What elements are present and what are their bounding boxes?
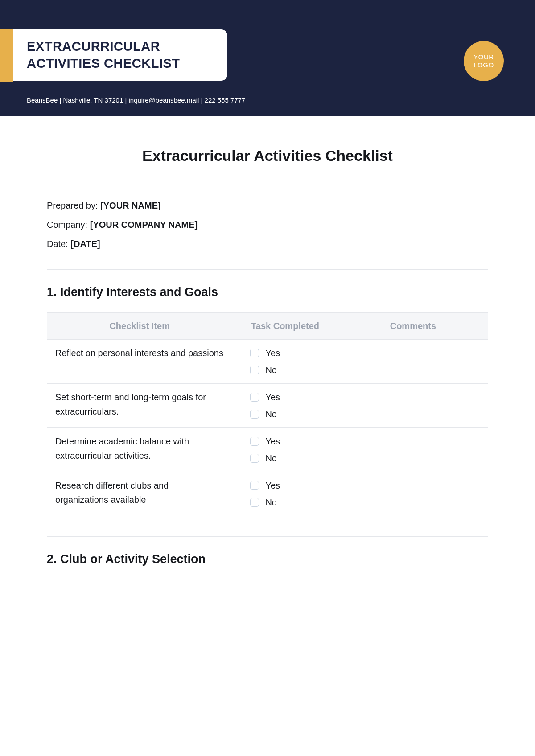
prepared-by-value: [YOUR NAME] bbox=[100, 201, 161, 210]
checklist-item-cell: Determine academic balance with extracur… bbox=[47, 428, 232, 472]
checklist-table: Checklist Item Task Completed Comments R… bbox=[47, 312, 488, 516]
prepared-by-row: Prepared by: [YOUR NAME] bbox=[47, 201, 488, 211]
yes-option[interactable]: Yes bbox=[250, 346, 329, 360]
divider bbox=[47, 269, 488, 270]
task-completed-cell: YesNo bbox=[232, 472, 338, 516]
checkbox-icon[interactable] bbox=[250, 437, 259, 446]
checkbox-icon[interactable] bbox=[250, 349, 259, 357]
table-row: Reflect on personal interests and passio… bbox=[47, 340, 488, 384]
divider bbox=[47, 185, 488, 185]
main-title: Extracurricular Activities Checklist bbox=[47, 147, 488, 164]
no-option[interactable]: No bbox=[250, 495, 329, 509]
date-label: Date: bbox=[47, 239, 70, 249]
header-title-line1: EXTRACURRICULAR bbox=[27, 39, 160, 53]
comments-cell[interactable] bbox=[338, 472, 488, 516]
checkbox-icon[interactable] bbox=[250, 498, 259, 507]
table-row: Determine academic balance with extracur… bbox=[47, 428, 488, 472]
yes-option[interactable]: Yes bbox=[250, 390, 329, 404]
logo-text-line2: LOGO bbox=[473, 61, 494, 69]
task-completed-cell: YesNo bbox=[232, 428, 338, 472]
divider bbox=[47, 536, 488, 537]
contact-info: BeansBee | Nashville, TN 37201 | inquire… bbox=[27, 96, 245, 104]
checkbox-icon[interactable] bbox=[250, 410, 259, 419]
checkbox-icon[interactable] bbox=[250, 454, 259, 463]
checklist-item-cell: Research different clubs and organizatio… bbox=[47, 472, 232, 516]
yes-label: Yes bbox=[265, 434, 280, 448]
yes-label: Yes bbox=[265, 478, 280, 493]
logo-placeholder: YOUR LOGO bbox=[464, 41, 504, 81]
comments-cell[interactable] bbox=[338, 384, 488, 428]
yes-label: Yes bbox=[265, 390, 280, 404]
col-header-comments: Comments bbox=[338, 313, 488, 340]
task-completed-cell: YesNo bbox=[232, 384, 338, 428]
document-content: Extracurricular Activities Checklist Pre… bbox=[0, 116, 535, 566]
yes-option[interactable]: Yes bbox=[250, 434, 329, 448]
comments-cell[interactable] bbox=[338, 340, 488, 384]
checkbox-icon[interactable] bbox=[250, 481, 259, 490]
company-row: Company: [YOUR COMPANY NAME] bbox=[47, 220, 488, 230]
checklist-item-cell: Set short-term and long-term goals for e… bbox=[47, 384, 232, 428]
checkbox-icon[interactable] bbox=[250, 393, 259, 402]
section-1-title: 1. Identify Interests and Goals bbox=[47, 285, 488, 299]
no-option[interactable]: No bbox=[250, 451, 329, 465]
yes-option[interactable]: Yes bbox=[250, 478, 329, 493]
no-label: No bbox=[265, 363, 277, 377]
date-value: [DATE] bbox=[70, 239, 100, 249]
table-row: Research different clubs and organizatio… bbox=[47, 472, 488, 516]
checkbox-icon[interactable] bbox=[250, 366, 259, 374]
document-header: EXTRACURRICULAR ACTIVITIES CHECKLIST Bea… bbox=[0, 0, 535, 116]
table-row: Set short-term and long-term goals for e… bbox=[47, 384, 488, 428]
logo-text-line1: YOUR bbox=[473, 53, 494, 61]
col-header-task: Task Completed bbox=[232, 313, 338, 340]
checklist-item-cell: Reflect on personal interests and passio… bbox=[47, 340, 232, 384]
no-label: No bbox=[265, 451, 277, 465]
header-title: EXTRACURRICULAR ACTIVITIES CHECKLIST bbox=[27, 38, 214, 72]
prepared-by-label: Prepared by: bbox=[47, 201, 100, 210]
company-label: Company: bbox=[47, 220, 90, 230]
col-header-item: Checklist Item bbox=[47, 313, 232, 340]
company-value: [YOUR COMPANY NAME] bbox=[90, 220, 198, 230]
gold-accent-bar bbox=[0, 29, 13, 82]
title-box: EXTRACURRICULAR ACTIVITIES CHECKLIST bbox=[13, 29, 227, 81]
no-label: No bbox=[265, 495, 277, 509]
comments-cell[interactable] bbox=[338, 428, 488, 472]
date-row: Date: [DATE] bbox=[47, 239, 488, 249]
header-title-line2: ACTIVITIES CHECKLIST bbox=[27, 56, 180, 70]
no-label: No bbox=[265, 407, 277, 421]
section-2-title: 2. Club or Activity Selection bbox=[47, 552, 488, 566]
no-option[interactable]: No bbox=[250, 407, 329, 421]
no-option[interactable]: No bbox=[250, 363, 329, 377]
task-completed-cell: YesNo bbox=[232, 340, 338, 384]
yes-label: Yes bbox=[265, 346, 280, 360]
meta-section: Prepared by: [YOUR NAME] Company: [YOUR … bbox=[47, 201, 488, 249]
table-header-row: Checklist Item Task Completed Comments bbox=[47, 313, 488, 340]
